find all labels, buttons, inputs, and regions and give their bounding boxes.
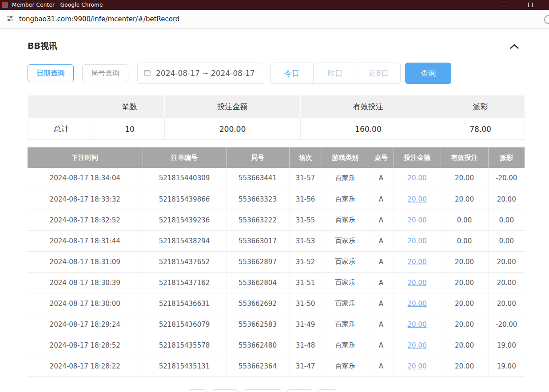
maximize-button[interactable]: [527, 1, 534, 8]
calendar-icon: [143, 69, 151, 78]
collapse-chevron-up-icon[interactable]: [509, 44, 525, 49]
cell-table-no: A: [369, 356, 394, 376]
cell-game-type: 百家乐: [322, 210, 369, 230]
minimize-icon: [501, 5, 506, 5]
col-header-game-type: 游戏类别: [322, 147, 369, 168]
cell-bet-amount: 20.00: [394, 356, 441, 376]
bet-amount-link[interactable]: 20.00: [408, 237, 427, 245]
pagination-jump-input[interactable]: [318, 389, 336, 392]
summary-col-count: 笔数: [95, 95, 165, 119]
date-query-tab[interactable]: 日期查询: [28, 64, 74, 82]
cell-bet-time: 2024-08-17 18:30:00: [28, 293, 143, 314]
summary-total-valid-bet: 160.00: [301, 119, 436, 140]
profile-icon[interactable]: [544, 15, 549, 24]
bet-amount-link[interactable]: 20.00: [408, 195, 427, 203]
today-button[interactable]: 今日: [270, 63, 314, 84]
table-row: 2024-08-17 18:34:04521815440309553663441…: [28, 168, 525, 189]
table-row: 2024-08-17 18:32:52521815439236553663222…: [28, 210, 525, 230]
table-row: 2024-08-17 18:31:44521815438294553663017…: [28, 230, 525, 251]
cell-game-type: 百家乐: [322, 335, 369, 356]
summary-total-bet-amount: 200.00: [165, 119, 301, 140]
summary-col-bet-amount: 投注金额: [165, 95, 301, 119]
cell-bet-time: 2024-08-17 18:33:32: [28, 189, 143, 210]
cell-valid-bet: 20.00: [441, 189, 488, 210]
cell-bet-amount: 20.00: [394, 272, 441, 293]
summary-col-blank: [28, 95, 95, 119]
summary-total-row: 总计 10 200.00 160.00 78.00: [28, 119, 525, 140]
bet-amount-link[interactable]: 20.00: [408, 362, 427, 370]
pagination-size-select[interactable]: [244, 389, 281, 392]
cell-bet-amount: 20.00: [394, 335, 441, 356]
pagination-prev-button[interactable]: [189, 389, 207, 392]
cell-bet-id: 521815437162: [143, 272, 226, 293]
bet-amount-link[interactable]: 20.00: [408, 300, 427, 308]
cell-valid-bet: 20.00: [441, 168, 488, 189]
cell-game-type: 百家乐: [322, 168, 369, 189]
cell-round-id: 553662897: [226, 251, 289, 272]
cell-bet-amount: 20.00: [394, 314, 441, 335]
bet-record-page: BB视讯 日期查询 局号查询 2024-08-17 ~ 2024-08-17 今…: [0, 29, 549, 392]
filter-toolbar: 日期查询 局号查询 2024-08-17 ~ 2024-08-17 今日 昨日 …: [28, 63, 549, 84]
cell-bet-id: 521815435578: [143, 335, 226, 356]
table-row: 2024-08-17 18:29:24521815436079553662583…: [28, 314, 525, 335]
cell-round-id: 553663222: [226, 210, 289, 230]
cell-round-id: 553663017: [226, 230, 289, 251]
cell-valid-bet: 20.00: [441, 272, 488, 293]
bet-amount-link[interactable]: 20.00: [408, 216, 427, 224]
col-header-bet-id: 注单编号: [143, 147, 226, 168]
bet-record-table: 下注时间 注单编号 局号 场次 游戏类别 桌号 投注金额 有效投注 派彩 202…: [28, 147, 525, 377]
cell-bet-id: 521815439866: [143, 189, 226, 210]
address-bar[interactable]: tongbao31.com:9900/infe/mcenter/#/betRec…: [0, 10, 549, 29]
cell-bet-amount: 20.00: [394, 251, 441, 272]
cell-bet-time: 2024-08-17 18:29:24: [28, 314, 143, 335]
date-range-picker[interactable]: 2024-08-17 ~ 2024-08-17: [137, 63, 264, 84]
cell-table-no: A: [369, 189, 394, 210]
cell-bet-id: 521815436631: [143, 293, 226, 314]
bet-amount-link[interactable]: 20.00: [408, 279, 427, 287]
table-row: 2024-08-17 18:31:09521815437652553662897…: [28, 251, 525, 272]
cell-session: 31-56: [289, 189, 322, 210]
cell-payout: -20.00: [488, 168, 525, 189]
cell-valid-bet: 20.00: [441, 356, 488, 376]
window-titlebar: Member Center - Google Chrome: [0, 0, 549, 10]
cell-bet-amount: 20.00: [394, 293, 441, 314]
pagination-page-button[interactable]: [213, 389, 238, 392]
cell-bet-time: 2024-08-17 18:28:22: [28, 356, 143, 376]
bet-amount-link[interactable]: 20.00: [408, 258, 427, 266]
cell-game-type: 百家乐: [322, 189, 369, 210]
cell-table-no: A: [369, 168, 394, 189]
col-header-bet-amount: 投注金额: [394, 147, 441, 168]
url-text: tongbao31.com:9900/infe/mcenter/#/betRec…: [19, 15, 179, 23]
table-row: 2024-08-17 18:28:52521815435578553662480…: [28, 335, 525, 356]
bet-amount-link[interactable]: 20.00: [408, 321, 427, 329]
cell-session: 31-52: [289, 251, 322, 272]
cell-round-id: 553662583: [226, 314, 289, 335]
site-settings-icon[interactable]: [6, 15, 14, 24]
date-range-value: 2024-08-17 ~ 2024-08-17: [156, 69, 255, 78]
quick-range-group: 今日 昨日 近8日: [270, 63, 401, 84]
cell-payout: 19.00: [488, 356, 525, 376]
round-query-tab[interactable]: 局号查询: [82, 64, 128, 82]
bet-table-body: 2024-08-17 18:34:04521815440309553663441…: [28, 168, 525, 376]
cell-valid-bet: 0.00: [441, 230, 488, 251]
cell-payout: 0.00: [488, 210, 525, 230]
summary-col-valid-bet: 有效投注: [301, 95, 436, 119]
pagination-next-button[interactable]: [287, 389, 312, 392]
bet-amount-link[interactable]: 20.00: [408, 174, 427, 182]
cell-bet-time: 2024-08-17 18:31:44: [28, 230, 143, 251]
cell-bet-id: 521815435131: [143, 356, 226, 376]
bet-amount-link[interactable]: 20.00: [408, 341, 427, 349]
cell-bet-id: 521815437652: [143, 251, 226, 272]
table-row: 2024-08-17 18:28:22521815435131553662364…: [28, 356, 525, 376]
last-8-days-button[interactable]: 近8日: [357, 63, 401, 84]
cell-table-no: A: [369, 335, 394, 356]
cell-round-id: 553662804: [226, 272, 289, 293]
cell-session: 31-47: [289, 356, 322, 376]
cell-bet-amount: 20.00: [394, 210, 441, 230]
minimize-button[interactable]: [500, 1, 507, 8]
cell-game-type: 百家乐: [322, 230, 369, 251]
col-header-table-no: 桌号: [369, 147, 394, 168]
cell-valid-bet: 20.00: [441, 293, 488, 314]
yesterday-button[interactable]: 昨日: [314, 63, 357, 84]
search-button[interactable]: 查询: [405, 63, 451, 84]
